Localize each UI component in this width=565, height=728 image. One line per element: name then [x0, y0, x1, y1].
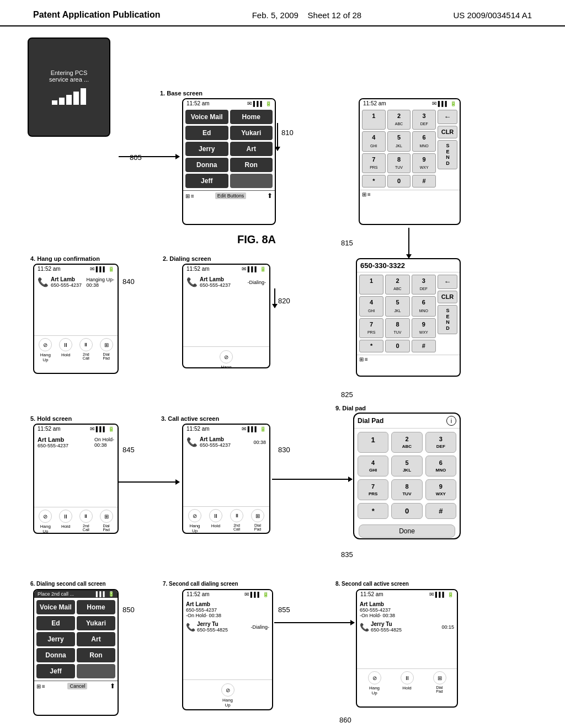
- sd-jerry-btn[interactable]: Jerry: [36, 632, 75, 646]
- d2-backspace-key[interactable]: ←: [438, 275, 457, 289]
- d2-key-4[interactable]: 4GHI: [359, 296, 383, 316]
- key-2[interactable]: 2ABC: [387, 110, 411, 130]
- sa-hold-btn[interactable]: ⏸ Hold: [401, 671, 414, 695]
- d2-clr-key[interactable]: CLR: [438, 291, 457, 303]
- sa-dialpad-icon[interactable]: ⊞: [433, 671, 446, 684]
- dp9-key-8[interactable]: 8TUV: [391, 479, 422, 500]
- key-9[interactable]: 9WXY: [412, 153, 436, 173]
- key-5[interactable]: 5JKL: [387, 131, 411, 151]
- key-7[interactable]: 7PRS: [362, 153, 386, 173]
- ca-dialpad-icon[interactable]: ⊞: [251, 509, 264, 522]
- home-btn[interactable]: Home: [230, 110, 273, 124]
- dp9-done-btn[interactable]: Done: [359, 524, 455, 538]
- d2-key-hash[interactable]: #: [412, 340, 436, 352]
- sa-hangup-icon[interactable]: ⊘: [368, 671, 381, 684]
- d2-key-6[interactable]: 6MNO: [412, 296, 436, 316]
- key-8[interactable]: 8TUV: [387, 153, 411, 173]
- dp9-key-9[interactable]: 9WXY: [425, 479, 456, 500]
- sd-ron-btn[interactable]: Ron: [77, 648, 115, 662]
- sd-yukari-btn[interactable]: Yukari: [77, 616, 115, 630]
- d2-key-3[interactable]: 3DEF: [412, 275, 436, 295]
- dp9-key-star[interactable]: *: [358, 503, 388, 519]
- ca-hangup-btn[interactable]: ⊘ HangUp: [188, 509, 201, 533]
- hangup-name: Art Lamb: [51, 276, 82, 282]
- art-btn[interactable]: Art: [230, 142, 273, 156]
- d2-key-star[interactable]: *: [359, 340, 383, 352]
- hold-2ndcall-icon[interactable]: ⏸: [79, 510, 93, 523]
- dp9-key-5[interactable]: 5JKL: [391, 456, 422, 477]
- clr-key[interactable]: CLR: [438, 126, 457, 138]
- d2-key-9[interactable]: 9WXY: [412, 318, 436, 338]
- ca-2ndcall-icon[interactable]: ⏸: [230, 509, 243, 522]
- key-hash[interactable]: #: [412, 175, 436, 188]
- key-6[interactable]: 6MNO: [412, 131, 436, 151]
- send-key[interactable]: SEND: [438, 140, 457, 169]
- dialing-hangup-icon[interactable]: ⊘: [220, 350, 233, 363]
- ca-hangup-icon[interactable]: ⊘: [188, 509, 201, 522]
- hangup-hang-up-btn[interactable]: ⊘ HangUp: [39, 338, 52, 362]
- hold-dialpad-btn[interactable]: ⊞ DialPad: [100, 510, 113, 534]
- dp9-key-7[interactable]: 7PRS: [358, 479, 388, 500]
- key-0[interactable]: 0: [387, 175, 411, 188]
- dp9-key-4[interactable]: 4GHI: [358, 456, 388, 477]
- hold-2ndcall-btn[interactable]: ⏸ 2ndCall: [79, 510, 93, 534]
- d2-key-0[interactable]: 0: [385, 340, 409, 352]
- dp9-key-1[interactable]: 1: [358, 432, 388, 453]
- hangup-hold-btn[interactable]: ⏸ Hold: [59, 338, 72, 362]
- jerry-btn[interactable]: Jerry: [185, 142, 228, 156]
- sd-jeff-btn[interactable]: Jeff: [36, 664, 75, 678]
- dp9-key-0[interactable]: 0: [391, 503, 422, 519]
- jeff-btn[interactable]: Jeff: [185, 174, 228, 188]
- d2-key-2[interactable]: 2ABC: [385, 275, 409, 295]
- edit-buttons-btn[interactable]: Edit Buttons: [215, 192, 247, 199]
- voicemail-btn[interactable]: Voice Mail: [185, 110, 228, 124]
- sa-dialpad-btn[interactable]: ⊞ DialPad: [433, 671, 446, 695]
- ca-dialpad-btn[interactable]: ⊞ DialPad: [251, 509, 264, 533]
- sa-hangup-btn[interactable]: ⊘ HangUp: [368, 671, 381, 695]
- hold-hangup-btn[interactable]: ⊘ HangUp: [39, 510, 52, 534]
- hold-icon[interactable]: ⏸: [59, 338, 72, 351]
- donna-btn[interactable]: Donna: [185, 158, 228, 172]
- hangup-2ndcall-btn[interactable]: ⏸ 2ndCall: [79, 338, 93, 362]
- sd-cancel-btn[interactable]: Cancel: [67, 683, 87, 689]
- dp9-key-2[interactable]: 2ABC: [391, 432, 422, 453]
- dialing-hangup-btn[interactable]: ⊘ HangUp: [220, 350, 233, 368]
- key-star[interactable]: *: [362, 175, 386, 188]
- ca-2ndcall-btn[interactable]: ⏸ 2ndCall: [230, 509, 243, 533]
- dp9-key-6[interactable]: 6MNO: [425, 456, 456, 477]
- sd-donna-btn[interactable]: Donna: [36, 648, 75, 662]
- 2ndcall-icon[interactable]: ⏸: [79, 338, 93, 351]
- backspace-key[interactable]: ←: [438, 110, 457, 124]
- hangup-dialpad-btn[interactable]: ⊞ DialPad: [100, 338, 113, 362]
- sd-home-btn[interactable]: Home: [77, 600, 115, 614]
- d2-key-5[interactable]: 5JKL: [385, 296, 409, 316]
- ca-hold-btn[interactable]: ⏸ Hold: [209, 509, 222, 533]
- hold-hold-icon[interactable]: ⏸: [59, 510, 72, 523]
- key-1[interactable]: 1: [362, 110, 386, 130]
- sd2-hangup-icon[interactable]: ⊘: [221, 683, 234, 697]
- dp9-key-hash[interactable]: #: [425, 503, 456, 519]
- sd-voicemail-btn[interactable]: Voice Mail: [36, 600, 75, 614]
- sd-art-btn[interactable]: Art: [77, 632, 115, 646]
- ed-btn[interactable]: Ed: [185, 126, 228, 140]
- ron-btn[interactable]: Ron: [230, 158, 273, 172]
- sd2-hangup-btn[interactable]: ⊘ HangUp: [221, 683, 234, 708]
- sd-ed-btn[interactable]: Ed: [36, 616, 75, 630]
- d2-key-1[interactable]: 1: [359, 275, 383, 295]
- d2-send-key[interactable]: SEND: [438, 305, 457, 334]
- d2-key-7[interactable]: 7PRS: [359, 318, 383, 338]
- icons-sa: ✉ ▌▌▌ 🔋: [429, 591, 454, 597]
- hold-dialpad-icon[interactable]: ⊞: [100, 510, 113, 523]
- yukari-btn[interactable]: Yukari: [230, 126, 273, 140]
- hangup-icon[interactable]: ⊘: [39, 338, 52, 351]
- hold-hold-btn[interactable]: ⏸ Hold: [59, 510, 72, 534]
- d2-key-8[interactable]: 8TUV: [385, 318, 409, 338]
- ca-hold-icon[interactable]: ⏸: [209, 509, 222, 522]
- sa-hold-icon[interactable]: ⏸: [401, 671, 414, 684]
- hold-hangup-icon[interactable]: ⊘: [39, 510, 52, 523]
- dialpad-icon-hangup[interactable]: ⊞: [100, 338, 113, 351]
- key-3[interactable]: 3DEF: [412, 110, 436, 130]
- key-4[interactable]: 4GHI: [362, 131, 386, 151]
- dp9-key-3[interactable]: 3DEF: [425, 432, 456, 453]
- sd2-jerry-number: 650-555-4825: [197, 627, 228, 633]
